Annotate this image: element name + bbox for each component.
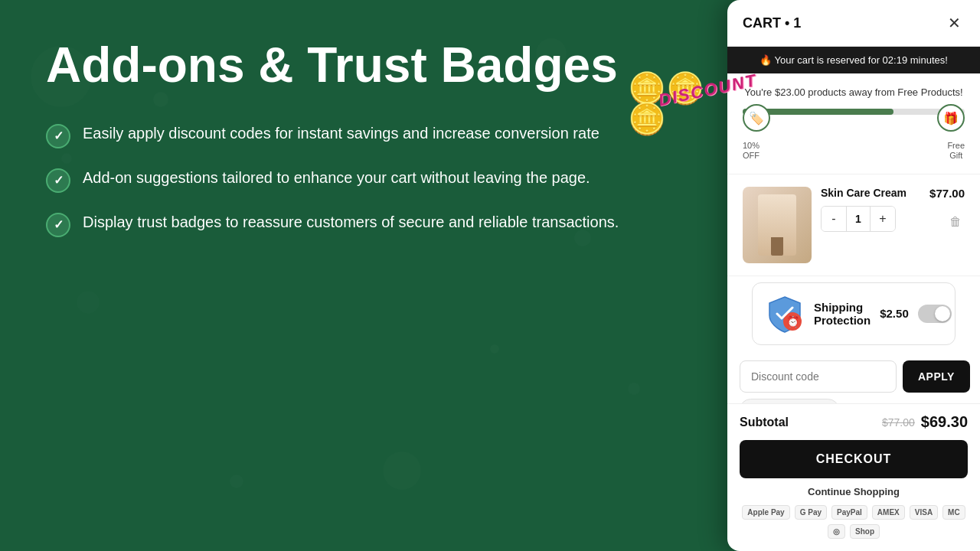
- page-title: Add-ons & Trust Badges: [46, 38, 934, 92]
- check-icon-2: [46, 168, 70, 193]
- feature-text-3: Display trust badges to reassure custome…: [83, 211, 619, 233]
- feature-text-2: Add-on suggestions tailored to enhance y…: [83, 167, 590, 188]
- feature-item-2: Add-on suggestions tailored to enhance y…: [46, 167, 934, 193]
- check-icon-1: [46, 124, 70, 148]
- check-icon-3: [46, 213, 70, 237]
- feature-text-1: Easily apply discount codes for instant …: [83, 122, 599, 144]
- feature-item-3: Display trust badges to reassure custome…: [46, 211, 934, 237]
- feature-list: Easily apply discount codes for instant …: [46, 122, 934, 237]
- left-panel: Add-ons & Trust Badges Easily apply disc…: [0, 0, 980, 551]
- feature-item-1: Easily apply discount codes for instant …: [46, 122, 934, 148]
